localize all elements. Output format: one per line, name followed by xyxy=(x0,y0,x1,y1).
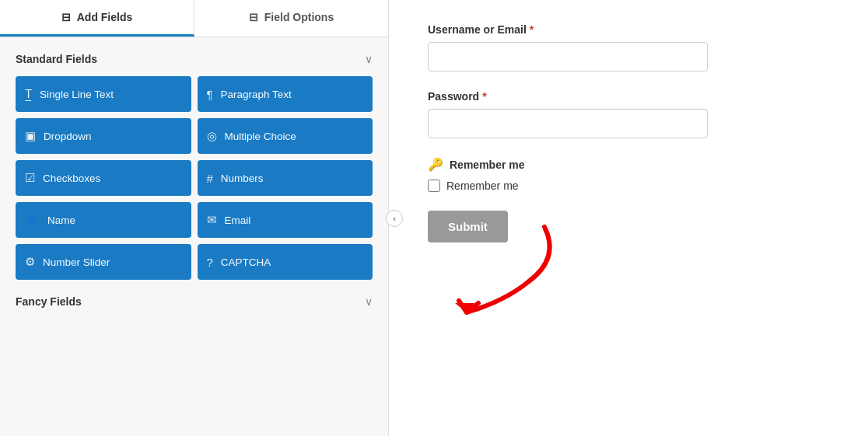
single-line-text-icon: T̲ xyxy=(25,87,32,101)
remember-header: 🔑 Remember me xyxy=(428,157,829,172)
left-content: Standard Fields ∨ T̲ Single Line Text ¶ … xyxy=(0,37,388,436)
field-btn-number-slider[interactable]: ⚙ Number Slider xyxy=(16,244,191,280)
password-field-group: Password* xyxy=(428,90,829,138)
email-icon: ✉ xyxy=(207,213,217,227)
field-btn-paragraph-text-label: Paragraph Text xyxy=(221,89,292,100)
field-btn-checkboxes-label: Checkboxes xyxy=(43,173,100,184)
name-icon: 👤 xyxy=(25,213,40,227)
standard-fields-title: Standard Fields xyxy=(16,53,97,65)
username-label: Username or Email* xyxy=(428,23,829,36)
username-field-group: Username or Email* xyxy=(428,23,829,72)
standard-fields-grid: T̲ Single Line Text ¶ Paragraph Text ▣ D… xyxy=(16,76,373,280)
field-btn-dropdown-label: Dropdown xyxy=(44,131,92,142)
field-btn-multiple-choice[interactable]: ◎ Multiple Choice xyxy=(198,118,373,154)
password-input[interactable] xyxy=(428,109,708,138)
field-btn-email-label: Email xyxy=(225,215,251,226)
password-required-star: * xyxy=(482,90,486,103)
field-btn-name[interactable]: 👤 Name xyxy=(16,202,191,238)
field-btn-single-line-text[interactable]: T̲ Single Line Text xyxy=(16,76,191,112)
password-label: Password* xyxy=(428,90,829,103)
username-input[interactable] xyxy=(428,42,708,72)
field-btn-checkboxes[interactable]: ☑ Checkboxes xyxy=(16,160,191,196)
remember-row: Remember me xyxy=(428,180,829,192)
field-btn-email[interactable]: ✉ Email xyxy=(198,202,373,238)
number-slider-icon: ⚙ xyxy=(25,255,35,269)
multiple-choice-icon: ◎ xyxy=(207,129,217,143)
fancy-fields-header: Fancy Fields ∨ xyxy=(16,295,373,308)
field-options-icon: ⊟ xyxy=(249,11,258,23)
field-btn-numbers[interactable]: # Numbers xyxy=(198,160,373,196)
tab-bar: ⊟ Add Fields ⊟ Field Options xyxy=(0,0,388,37)
add-fields-icon: ⊟ xyxy=(61,11,71,23)
field-btn-captcha[interactable]: ? CAPTCHA xyxy=(198,244,373,280)
submit-button[interactable]: Submit xyxy=(428,211,508,242)
field-btn-dropdown[interactable]: ▣ Dropdown xyxy=(16,118,191,154)
collapse-icon: ‹ xyxy=(393,214,396,223)
collapse-handle[interactable]: ‹ xyxy=(386,210,403,227)
captcha-icon: ? xyxy=(207,256,213,269)
checkboxes-icon: ☑ xyxy=(25,171,35,185)
remember-me-checkbox[interactable] xyxy=(428,180,440,192)
field-btn-captcha-label: CAPTCHA xyxy=(221,256,271,268)
standard-fields-header: Standard Fields ∨ xyxy=(16,53,373,65)
standard-fields-chevron-icon[interactable]: ∨ xyxy=(365,53,373,65)
left-panel: ⊟ Add Fields ⊟ Field Options Standard Fi… xyxy=(0,0,389,436)
remember-section-icon: 🔑 xyxy=(428,157,443,172)
fancy-fields-title: Fancy Fields xyxy=(16,295,82,308)
numbers-icon: # xyxy=(207,172,213,185)
username-required-star: * xyxy=(530,23,534,36)
paragraph-text-icon: ¶ xyxy=(207,88,213,101)
tab-field-options-label: Field Options xyxy=(264,11,334,23)
remember-me-label: Remember me xyxy=(446,180,519,192)
field-btn-single-line-text-label: Single Line Text xyxy=(40,89,114,100)
field-btn-paragraph-text[interactable]: ¶ Paragraph Text xyxy=(198,76,373,112)
right-panel: Username or Email* Password* 🔑 Remember … xyxy=(389,0,868,436)
field-btn-name-label: Name xyxy=(47,215,75,226)
remember-section-title: Remember me xyxy=(450,159,525,171)
tab-add-fields[interactable]: ⊟ Add Fields xyxy=(0,0,194,37)
tab-add-fields-label: Add Fields xyxy=(77,11,133,23)
fancy-fields-chevron-icon[interactable]: ∨ xyxy=(365,295,373,308)
field-btn-multiple-choice-label: Multiple Choice xyxy=(225,131,296,142)
dropdown-icon: ▣ xyxy=(25,129,36,143)
tab-field-options[interactable]: ⊟ Field Options xyxy=(194,0,388,37)
field-btn-number-slider-label: Number Slider xyxy=(43,256,110,268)
remember-section: 🔑 Remember me Remember me xyxy=(428,157,829,192)
submit-wrapper: Submit xyxy=(428,211,508,242)
field-btn-numbers-label: Numbers xyxy=(221,173,264,184)
